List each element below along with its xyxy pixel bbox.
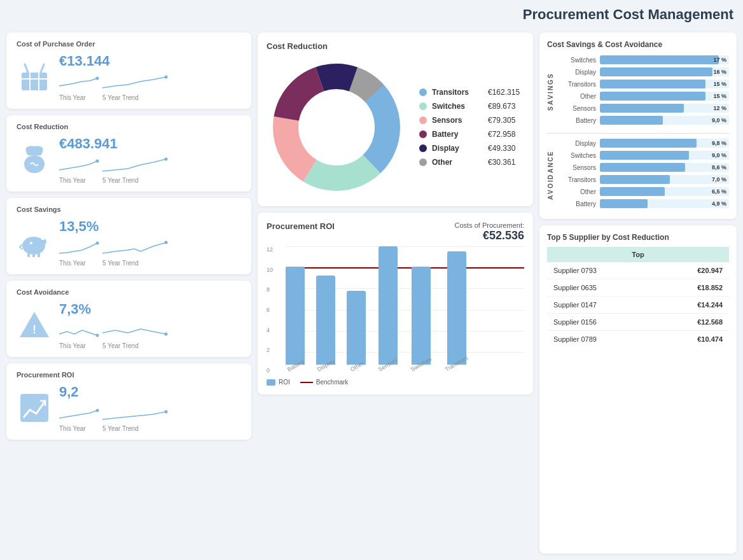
supplier-value-2: €14.244: [655, 297, 729, 314]
kpi-title-0: Cost of Purchase Order: [17, 40, 241, 48]
supplier-col-header: Top: [547, 247, 729, 262]
svg-rect-0: [22, 73, 47, 90]
h-bar-battery-s: Battery 9,0 %: [559, 116, 729, 125]
legend-item-1: Switches €89.673: [419, 102, 520, 111]
svg-point-31: [305, 95, 368, 159]
savings-card: Cost Savings & Cost Avoidance SAVINGS Sw…: [539, 32, 737, 219]
svg-rect-13: [27, 253, 30, 257]
legend-label-4: Display: [432, 144, 483, 153]
svg-point-17: [165, 241, 168, 244]
bar-rect-display: [316, 276, 335, 365]
supplier-name-1: Supplier 0635: [547, 279, 655, 297]
h-bar-display-s: Display 16 %: [559, 67, 729, 76]
h-bar-switches-a: Switches 9,0 %: [559, 151, 729, 160]
roi-chart-title: Procurement ROI: [267, 221, 335, 231]
svg-point-7: [96, 160, 99, 163]
donut-chart-title: Cost Reduction: [267, 41, 524, 51]
kpi-icon-chart-up: [17, 391, 52, 426]
legend-item-3: Battery €72.958: [419, 130, 520, 139]
supplier-value-4: €10.474: [655, 331, 729, 348]
supplier-title: Top 5 Supplier by Cost Reduction: [547, 233, 729, 242]
h-bar-battery-a: Battery 4,9 %: [559, 199, 729, 208]
svg-point-16: [96, 242, 99, 245]
savings-section: SAVINGS Switches 17 % Display: [547, 55, 729, 128]
avoidance-bars: Display 9,8 % Switches 9,0 %: [559, 139, 729, 211]
h-bar-sensors-s: Sensors 12 %: [559, 104, 729, 113]
supplier-row-1: Supplier 0635 €18.852: [547, 279, 729, 297]
bars-container: Battery Display Other Sens: [286, 246, 524, 374]
svg-text:!: !: [32, 323, 36, 336]
bar-rect-battery: [286, 267, 305, 365]
legend-dot-2: [419, 116, 427, 124]
kpi-icon-bag: [17, 143, 52, 178]
savings-bars: Switches 17 % Display 16 %: [559, 55, 729, 128]
h-bar-transitors-s: Transitors 15 %: [559, 80, 729, 88]
legend-roi: ROI: [267, 379, 290, 386]
supplier-name-4: Supplier 0789: [547, 331, 655, 348]
kpi-icon-basket: [17, 60, 52, 95]
h-bar-other-s: Other 15 %: [559, 92, 729, 101]
supplier-name-3: Supplier 0156: [547, 314, 655, 331]
h-bar-switches: Switches 17 %: [559, 55, 729, 64]
dashboard: Procurement Cost Management Cost of Purc…: [0, 0, 743, 560]
bar-rect-transitors: [447, 251, 466, 365]
kpi-value-2: 13,5%: [59, 218, 241, 235]
roi-cost-value: €52.536: [455, 229, 524, 242]
svg-point-23: [96, 409, 99, 412]
svg-point-8: [165, 158, 168, 161]
kpi-label2-4: 5 Year Trend: [102, 425, 139, 432]
donut-legend: Transitors €162.315 Switches €89.673 Sen…: [419, 88, 520, 167]
legend-val-5: €30.361: [488, 158, 515, 167]
legend-item-2: Sensors €79.305: [419, 116, 520, 125]
kpi-title-4: Procurement ROI: [17, 371, 241, 379]
y-axis: 12 10 8 6 4 2 0: [267, 246, 273, 374]
supplier-table: Top Supplier 0793 €20.947 Supplier 0635 …: [547, 247, 729, 347]
left-column: Cost of Purchase Order €13.144: [6, 32, 251, 554]
kpi-icon-triangle: !: [17, 308, 52, 343]
kpi-title-1: Cost Reduction: [17, 123, 241, 130]
avoidance-section-label: AVOIDANCE: [547, 139, 554, 211]
svg-point-5: [165, 76, 168, 79]
bar-rect-sensors: [378, 246, 398, 365]
kpi-card-procurement-roi: Procurement ROI 9,2: [6, 363, 251, 440]
legend-item-0: Transitors €162.315: [419, 88, 520, 97]
bar-display: Display: [316, 246, 335, 374]
roi-cost-label: Costs of Procurement:: [455, 221, 524, 229]
kpi-card-cost-reduction: Cost Reduction €483.941: [6, 115, 251, 192]
bar-battery: Battery: [286, 246, 305, 374]
kpi-value-1: €483.941: [59, 136, 241, 152]
svg-rect-14: [38, 253, 40, 257]
supplier-name-0: Supplier 0793: [547, 262, 655, 279]
svg-point-24: [165, 410, 168, 414]
legend-label-0: Transitors: [432, 88, 483, 97]
svg-point-20: [96, 334, 99, 337]
kpi-label2-0: 5 Year Trend: [102, 94, 139, 101]
svg-point-11: [30, 242, 32, 244]
kpi-card-cost-avoidance: Cost Avoidance ! 7,3%: [6, 281, 251, 357]
kpi-label1-1: This Year: [59, 177, 86, 184]
legend-dot-3: [419, 130, 427, 138]
legend-val-1: €89.673: [488, 102, 515, 111]
donut-chart-svg: [267, 57, 406, 197]
supplier-row-3: Supplier 0156 €12.568: [547, 314, 729, 331]
kpi-value-0: €13.144: [59, 53, 241, 69]
legend-benchmark: Benchmark: [300, 379, 349, 386]
kpi-label2-1: 5 Year Trend: [102, 177, 139, 184]
legend-item-5: Other €30.361: [419, 158, 520, 167]
right-column: Cost Savings & Cost Avoidance SAVINGS Sw…: [539, 32, 737, 554]
legend-dot-1: [419, 102, 427, 110]
kpi-card-purchase-order: Cost of Purchase Order €13.144: [6, 32, 251, 109]
chart-legend: ROI Benchmark: [267, 379, 524, 386]
legend-dot-4: [419, 144, 427, 152]
bar-rect-switches: [412, 267, 431, 365]
legend-label-1: Switches: [432, 102, 483, 111]
kpi-label1-4: This Year: [59, 425, 86, 432]
kpi-label1-2: This Year: [59, 260, 86, 267]
h-bar-sensors-a: Sensors 8,6 %: [559, 163, 729, 172]
avoidance-section: AVOIDANCE Display 9,8 % Switches: [547, 139, 729, 211]
kpi-title-3: Cost Avoidance: [17, 288, 241, 296]
supplier-card: Top 5 Supplier by Cost Reduction Top Sup…: [539, 225, 737, 554]
legend-val-3: €72.958: [488, 130, 515, 139]
legend-item-4: Display €49.330: [419, 144, 520, 153]
bar-transitors: Transitors: [444, 246, 469, 374]
